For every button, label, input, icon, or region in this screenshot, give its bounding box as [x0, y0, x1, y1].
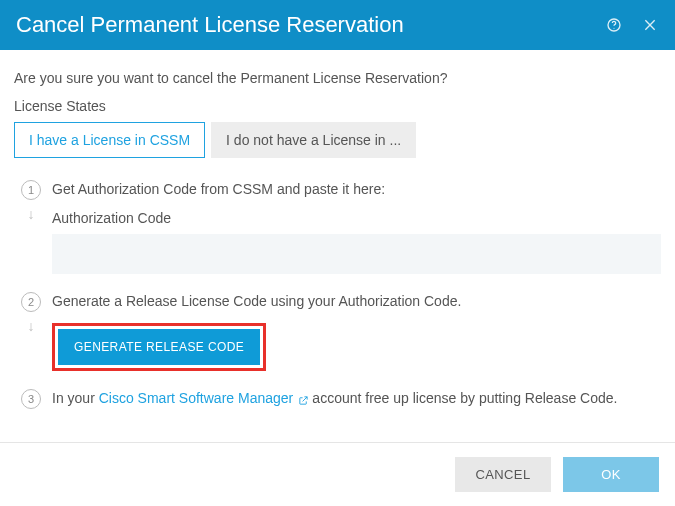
ok-button[interactable]: OK [563, 457, 659, 492]
step-number: 2 [21, 292, 41, 312]
generate-release-code-button[interactable]: GENERATE RELEASE CODE [58, 329, 260, 365]
confirmation-prompt: Are you sure you want to cancel the Perm… [14, 70, 661, 86]
step-3-pre: In your [52, 390, 99, 406]
authorization-code-input[interactable] [52, 234, 661, 274]
step-number: 3 [21, 389, 41, 409]
steps-container: 1 ↓ Get Authorization Code from CSSM and… [14, 180, 661, 419]
step-3-post: account free up license by putting Relea… [312, 390, 617, 406]
arrow-down-icon: ↓ [28, 206, 35, 222]
step-indicator: 3 [14, 389, 48, 409]
external-link-icon [295, 393, 312, 405]
close-icon[interactable] [641, 16, 659, 34]
step-1: 1 ↓ Get Authorization Code from CSSM and… [14, 180, 661, 274]
step-indicator: 1 ↓ [14, 180, 48, 222]
cancel-button[interactable]: CANCEL [455, 457, 551, 492]
dialog-title: Cancel Permanent License Reservation [16, 12, 605, 38]
highlight-box: GENERATE RELEASE CODE [52, 323, 266, 371]
dialog-header: Cancel Permanent License Reservation [0, 0, 675, 50]
tab-have-license[interactable]: I have a License in CSSM [14, 122, 205, 158]
dialog-body: Are you sure you want to cancel the Perm… [0, 50, 675, 442]
svg-point-1 [613, 28, 614, 29]
cancel-license-dialog: Cancel Permanent License Reservation Are… [0, 0, 675, 506]
step-number: 1 [21, 180, 41, 200]
step-3-text: In your Cisco Smart Software Manager acc… [52, 389, 661, 409]
license-state-tabs: I have a License in CSSM I do not have a… [14, 122, 661, 158]
help-icon[interactable] [605, 16, 623, 34]
step-2: 2 ↓ Generate a Release License Code usin… [14, 292, 661, 372]
header-actions [605, 16, 659, 34]
tab-no-license[interactable]: I do not have a License in ... [211, 122, 416, 158]
arrow-down-icon: ↓ [28, 318, 35, 334]
step-1-text: Get Authorization Code from CSSM and pas… [52, 180, 661, 200]
cssm-link[interactable]: Cisco Smart Software Manager [99, 390, 294, 406]
dialog-footer: CANCEL OK [0, 442, 675, 506]
license-states-label: License States [14, 98, 661, 114]
step-3: 3 In your Cisco Smart Software Manager a… [14, 389, 661, 419]
step-2-text: Generate a Release License Code using yo… [52, 292, 661, 312]
authorization-code-label: Authorization Code [52, 210, 661, 226]
step-indicator: 2 ↓ [14, 292, 48, 334]
